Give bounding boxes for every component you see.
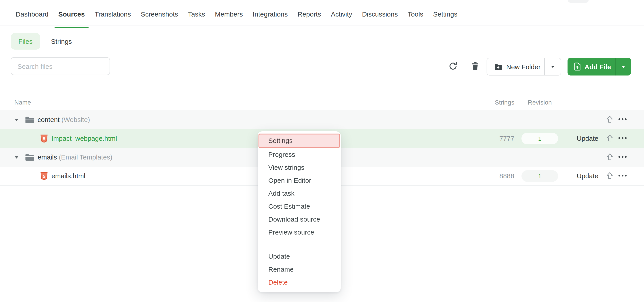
tab-files[interactable]: Files xyxy=(11,33,40,50)
new-folder-label: New Folder xyxy=(506,63,540,70)
context-menu-item-view-strings[interactable]: View strings xyxy=(258,161,341,174)
folder-note: (Email Templates) xyxy=(59,153,112,161)
nav-item-activity[interactable]: Activity xyxy=(331,3,352,25)
table-header: Name Strings Revision xyxy=(0,96,644,111)
file-context-menu: Settings Progress View strings Open in E… xyxy=(258,131,341,292)
search-input[interactable] xyxy=(11,57,110,75)
svg-text:5: 5 xyxy=(43,136,46,141)
nav-item-tools[interactable]: Tools xyxy=(408,3,423,25)
column-header-name: Name xyxy=(14,99,31,106)
nav-item-sources[interactable]: Sources xyxy=(58,3,85,25)
context-menu-item-settings[interactable]: Settings xyxy=(258,134,340,148)
context-menu-item-rename[interactable]: Rename xyxy=(258,263,341,276)
upload-arrow-icon[interactable] xyxy=(606,116,613,123)
context-menu-item-delete[interactable]: Delete xyxy=(258,276,341,289)
nav-item-reports[interactable]: Reports xyxy=(298,3,321,25)
nav-item-tasks[interactable]: Tasks xyxy=(188,3,205,25)
strings-count: 8888 xyxy=(499,172,514,180)
tab-strings[interactable]: Strings xyxy=(51,33,72,50)
svg-text:5: 5 xyxy=(43,174,46,179)
add-file-button[interactable]: Add File xyxy=(568,58,616,75)
cropped-element xyxy=(568,0,588,3)
refresh-icon xyxy=(448,61,458,71)
delete-selected-button[interactable] xyxy=(469,60,481,72)
folder-name[interactable]: emails (Email Templates) xyxy=(38,153,112,161)
nav-item-dashboard[interactable]: Dashboard xyxy=(16,3,48,25)
upload-arrow-icon[interactable] xyxy=(606,134,613,142)
strings-count: 7777 xyxy=(499,134,514,142)
revision-badge[interactable]: 1 xyxy=(522,133,558,144)
context-menu-divider xyxy=(267,244,330,244)
nav-item-members[interactable]: Members xyxy=(215,3,243,25)
collapse-caret-icon[interactable] xyxy=(15,156,18,159)
top-nav: Dashboard Sources Translations Screensho… xyxy=(0,0,644,25)
new-folder-split-button: New Folder xyxy=(486,58,561,75)
folder-icon xyxy=(25,154,34,161)
file-name[interactable]: emails.html xyxy=(52,172,86,180)
context-menu-item-add-task[interactable]: Add task xyxy=(258,187,341,200)
context-menu-item-download-source[interactable]: Download source xyxy=(258,213,341,226)
collapse-caret-icon[interactable] xyxy=(15,119,18,121)
html5-file-icon: 5 xyxy=(40,172,48,181)
context-menu-item-preview-source[interactable]: Preview source xyxy=(258,226,341,239)
new-folder-button[interactable]: New Folder xyxy=(487,58,544,75)
context-menu-item-progress[interactable]: Progress xyxy=(258,148,341,161)
row-more-actions-button[interactable] xyxy=(618,175,626,176)
column-header-strings: Strings xyxy=(495,99,514,106)
upload-arrow-icon[interactable] xyxy=(606,172,613,180)
add-file-label: Add File xyxy=(584,63,611,70)
file-upload-icon xyxy=(574,62,580,71)
nav-item-integrations[interactable]: Integrations xyxy=(253,3,288,25)
context-menu-item-update[interactable]: Update xyxy=(258,250,341,263)
row-more-actions-button[interactable] xyxy=(618,156,626,157)
column-header-revision: Revision xyxy=(522,99,558,106)
folder-plus-icon xyxy=(494,63,502,70)
new-folder-menu-button[interactable] xyxy=(544,58,561,75)
nav-item-translations[interactable]: Translations xyxy=(94,3,131,25)
nav-item-screenshots[interactable]: Screenshots xyxy=(141,3,178,25)
sources-files-page: Dashboard Sources Translations Screensho… xyxy=(0,0,644,302)
file-name[interactable]: Impact_webpage.html xyxy=(52,134,117,142)
folder-name[interactable]: content (Website) xyxy=(38,116,90,123)
folder-note: (Website) xyxy=(62,116,90,123)
upload-arrow-icon[interactable] xyxy=(606,153,613,161)
nav-item-discussions[interactable]: Discussions xyxy=(362,3,398,25)
folder-icon xyxy=(25,116,34,124)
nav-item-settings[interactable]: Settings xyxy=(433,3,457,25)
context-menu-item-cost-estimate[interactable]: Cost Estimate xyxy=(258,200,341,213)
table-row-folder-content[interactable]: content (Website) xyxy=(0,110,644,129)
add-file-menu-button[interactable] xyxy=(616,58,631,75)
chevron-down-icon xyxy=(551,65,554,68)
context-menu-item-open-in-editor[interactable]: Open in Editor xyxy=(258,174,341,187)
row-more-actions-button[interactable] xyxy=(618,118,626,120)
trash-icon xyxy=(471,62,479,71)
revision-badge[interactable]: 1 xyxy=(522,170,558,182)
refresh-button[interactable] xyxy=(447,60,459,72)
row-more-actions-button[interactable] xyxy=(618,137,626,139)
chevron-down-icon xyxy=(622,65,625,68)
update-link[interactable]: Update xyxy=(577,134,598,142)
add-file-split-button: Add File xyxy=(568,58,631,75)
html5-file-icon: 5 xyxy=(40,134,48,143)
update-link[interactable]: Update xyxy=(577,172,598,180)
